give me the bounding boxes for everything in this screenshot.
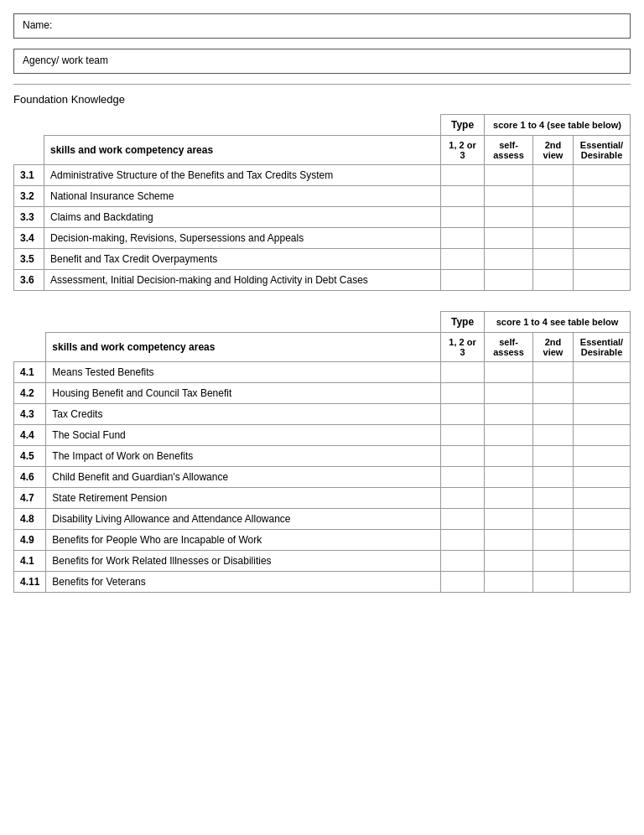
row-type [441, 509, 485, 530]
row-essential [574, 362, 631, 383]
row-label: Benefits for People Who are Incapable of… [46, 530, 441, 551]
row-2nd [533, 572, 574, 593]
row-essential [574, 165, 631, 186]
s2-score-header: score 1 to 4 see table below [485, 312, 631, 333]
row-number: 4.3 [14, 404, 46, 425]
table-row: 4.3 Tax Credits [14, 404, 631, 425]
row-label: Child Benefit and Guardian's Allowance [46, 467, 441, 488]
section1-title: Foundation Knowledge [13, 93, 631, 106]
second-header: 2nd view [533, 136, 574, 165]
agency-field[interactable]: Agency/ work team [13, 49, 631, 74]
s2-essential-header: Essential/ Desirable [574, 333, 631, 362]
row-essential [574, 551, 631, 572]
row-number: 4.8 [14, 509, 46, 530]
row-number: 4.5 [14, 446, 46, 467]
row-2nd [533, 165, 574, 186]
row-label: State Retirement Pension [46, 488, 441, 509]
row-essential [574, 207, 631, 228]
row-2nd [533, 551, 574, 572]
row-number: 4.11 [14, 572, 46, 593]
name-label: Name: [23, 19, 52, 31]
empty-num [14, 136, 44, 165]
row-label: Benefit and Tax Credit Overpayments [44, 249, 441, 270]
score-header: score 1 to 4 (see table below) [485, 115, 631, 136]
table-row: 4.8 Disability Living Allowance and Atte… [14, 509, 631, 530]
row-number: 4.1 [14, 551, 46, 572]
row-number: 4.9 [14, 530, 46, 551]
row-self [485, 509, 533, 530]
row-2nd [533, 404, 574, 425]
row-type [441, 362, 485, 383]
section2-table: Type score 1 to 4 see table below skills… [13, 311, 631, 593]
row-self [485, 488, 533, 509]
row-type [441, 467, 485, 488]
section2-table-wrapper: Type score 1 to 4 see table below skills… [13, 311, 631, 593]
row-self [485, 186, 533, 207]
row-number: 4.7 [14, 488, 46, 509]
row-self [485, 530, 533, 551]
s2-header-row-2: skills and work competency areas 1, 2 or… [14, 333, 631, 362]
row-self [485, 362, 533, 383]
row-self [485, 572, 533, 593]
row-number: 4.6 [14, 467, 46, 488]
header-row-2: skills and work competency areas 1, 2 or… [14, 136, 631, 165]
row-label: The Social Fund [46, 425, 441, 446]
row-number: 4.1 [14, 362, 46, 383]
row-type [441, 228, 485, 249]
row-self [485, 446, 533, 467]
table-row: 3.3 Claims and Backdating [14, 207, 631, 228]
row-essential [574, 446, 631, 467]
s2-self-header: self-assess [485, 333, 533, 362]
row-number: 3.2 [14, 186, 44, 207]
row-essential [574, 488, 631, 509]
row-essential [574, 270, 631, 291]
row-label: Administrative Structure of the Benefits… [44, 165, 441, 186]
row-number: 3.5 [14, 249, 44, 270]
s2-empty-num [14, 333, 46, 362]
row-label: The Impact of Work on Benefits [46, 446, 441, 467]
table-row: 4.9 Benefits for People Who are Incapabl… [14, 530, 631, 551]
row-2nd [533, 488, 574, 509]
table-row: 3.4 Decision-making, Revisions, Superses… [14, 228, 631, 249]
row-essential [574, 530, 631, 551]
s2-skills-subheader: skills and work competency areas [46, 333, 441, 362]
row-type [441, 207, 485, 228]
row-type [441, 249, 485, 270]
row-label: Disability Living Allowance and Attendan… [46, 509, 441, 530]
empty-skills-top [44, 115, 441, 136]
row-type [441, 446, 485, 467]
row-type [441, 186, 485, 207]
row-2nd [533, 509, 574, 530]
row-label: Decision-making, Revisions, Supersession… [44, 228, 441, 249]
row-essential [574, 425, 631, 446]
self-header: self-assess [485, 136, 533, 165]
row-type [441, 165, 485, 186]
section1-table-wrapper: Type score 1 to 4 (see table below) skil… [13, 114, 631, 291]
row-2nd [533, 228, 574, 249]
table-row: 3.2 National Insurance Scheme [14, 186, 631, 207]
table-row: 4.4 The Social Fund [14, 425, 631, 446]
row-essential [574, 383, 631, 404]
name-field[interactable]: Name: [13, 13, 631, 39]
row-self [485, 404, 533, 425]
row-self [485, 249, 533, 270]
row-type [441, 530, 485, 551]
table-row: 4.7 State Retirement Pension [14, 488, 631, 509]
row-label: Benefits for Work Related Illnesses or D… [46, 551, 441, 572]
row-2nd [533, 270, 574, 291]
row-type [441, 488, 485, 509]
row-self [485, 467, 533, 488]
row-self [485, 383, 533, 404]
row-type [441, 572, 485, 593]
s2-empty-skills-top [46, 312, 441, 333]
row-number: 3.6 [14, 270, 44, 291]
empty-corner [14, 115, 44, 136]
row-label: Housing Benefit and Council Tax Benefit [46, 383, 441, 404]
type-header: Type [441, 115, 485, 136]
row-2nd [533, 530, 574, 551]
row-2nd [533, 425, 574, 446]
row-label: Tax Credits [46, 404, 441, 425]
table-row: 4.11 Benefits for Veterans [14, 572, 631, 593]
row-2nd [533, 207, 574, 228]
row-essential [574, 467, 631, 488]
